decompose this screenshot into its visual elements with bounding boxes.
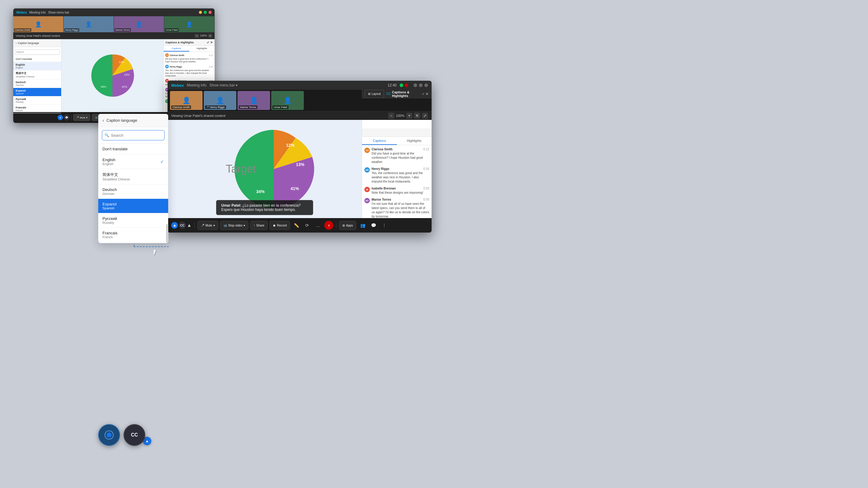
- small-thumb-marise[interactable]: 👤 Marise Torres: [114, 16, 164, 32]
- small-captions-title: Captions & Highlights: [165, 41, 194, 44]
- large-mute-label: Mute: [206, 224, 212, 227]
- large-dont-translate[interactable]: Don't translate: [98, 144, 168, 155]
- large-timer-button[interactable]: ⟳: [303, 221, 312, 230]
- large-msg-isabelle-content: Isabelle Brennan 0:20 Note that these de…: [372, 187, 429, 195]
- small-dont-translate[interactable]: Don't translate: [13, 56, 61, 62]
- large-record-button[interactable]: ⏺ Record: [270, 221, 290, 230]
- small-back-icon[interactable]: ‹: [16, 41, 17, 44]
- small-tab-highlights[interactable]: Highlights: [189, 46, 215, 52]
- small-clp-title: Caption language: [18, 41, 39, 44]
- large-avatar-marise: MT: [364, 198, 370, 203]
- small-lang-chinese-label: Simplified Chinese: [16, 75, 59, 78]
- large-mute-button[interactable]: 🎤 Mute ▾: [197, 221, 218, 230]
- large-russian-native: Русский: [102, 216, 117, 221]
- large-zoom-in-button[interactable]: +: [406, 113, 412, 119]
- small-lang-english[interactable]: English English: [13, 62, 61, 70]
- small-captions-close-icon[interactable]: ✕: [210, 41, 213, 44]
- small-chart-area: 12% 13% 41% 34%: [61, 39, 163, 112]
- large-zoom-out-button[interactable]: −: [388, 113, 394, 119]
- large-minimize-button[interactable]: [413, 84, 417, 87]
- large-back-icon[interactable]: ‹: [102, 118, 104, 123]
- small-tab-captions[interactable]: Captions: [164, 46, 189, 52]
- small-minimize-button[interactable]: [199, 11, 202, 14]
- small-lang-german-native: Deutsch: [16, 81, 59, 84]
- small-lang-french[interactable]: Francais French: [13, 105, 61, 113]
- small-close-button[interactable]: [209, 11, 212, 14]
- large-captions-header-bar: ⊞ Layout CC Captions & Highlights ⤢ ✕: [362, 90, 432, 98]
- large-meeting-info-button[interactable]: Meeting info: [187, 83, 207, 87]
- small-lang-espanol-native: Espanol: [16, 89, 59, 92]
- large-lang-russian[interactable]: Русский Russkiy: [98, 213, 168, 228]
- small-show-menu[interactable]: Show menu bar: [48, 11, 69, 14]
- small-zoom-out-button[interactable]: −: [195, 34, 198, 38]
- small-lang-russian[interactable]: Русский Russkiy: [13, 96, 61, 105]
- large-lang-german[interactable]: Deutsch German: [98, 184, 168, 199]
- small-meeting-info-button[interactable]: Meeting info: [29, 11, 45, 14]
- large-stop-video-button[interactable]: 📹 Stop video ▾: [220, 221, 248, 230]
- small-lang-chinese[interactable]: 简体中文 Simplified Chinese: [13, 70, 61, 79]
- large-status-dot-red: [404, 84, 408, 87]
- large-close-button[interactable]: [424, 84, 428, 87]
- large-more2-button[interactable]: ⋮: [380, 221, 389, 230]
- small-thumb-umar[interactable]: 👤 Umar Patel: [164, 16, 215, 32]
- large-chat-icon-btn[interactable]: CC: [179, 222, 186, 229]
- small-mute-button[interactable]: 🎤 Mute ▾: [73, 114, 90, 121]
- small-thumb-umar-label: Umar Patel: [165, 28, 179, 32]
- large-tab-highlights[interactable]: Highlights: [397, 137, 432, 145]
- large-tab-captions[interactable]: Captions: [362, 137, 397, 145]
- large-layout-button[interactable]: ⊞ Layout: [365, 90, 384, 98]
- cc-ring-button[interactable]: [98, 424, 120, 446]
- large-expand-button[interactable]: ⤢: [422, 113, 428, 119]
- large-share-bar: Viewing Umar Patel's shared content − 10…: [167, 111, 432, 120]
- large-separator-2: [336, 222, 336, 228]
- cc-main-button[interactable]: CC: [124, 424, 145, 446]
- large-chevron-icon[interactable]: ▲: [187, 223, 192, 228]
- small-lang-espanol[interactable]: Espanol Spanish: [13, 88, 61, 96]
- large-chinese-native: 简体中文: [102, 172, 130, 177]
- small-search-input[interactable]: [15, 50, 60, 55]
- large-share-button[interactable]: ↑ Share: [250, 221, 268, 230]
- small-chat-icon-btn[interactable]: 💬: [64, 115, 69, 120]
- large-time-henry: 0:16: [424, 167, 429, 170]
- large-show-menu-button[interactable]: Show menu bar ▾: [210, 83, 238, 87]
- large-search-icon: 🔍: [104, 133, 109, 137]
- large-thumb-marise[interactable]: 👤 Marise Torres: [238, 91, 270, 110]
- large-chat-button[interactable]: 💬: [369, 221, 378, 230]
- large-lang-espanol[interactable]: Espanol Spanish: [98, 199, 168, 213]
- large-thumb-henry[interactable]: 👤 🎤 Henry Riggs: [204, 91, 236, 110]
- small-zoom-in-button[interactable]: +: [208, 34, 212, 38]
- large-ring-icon-btn[interactable]: ◉: [171, 222, 178, 229]
- large-search-input[interactable]: [111, 133, 162, 138]
- large-lang-french[interactable]: Francais French: [98, 228, 168, 242]
- large-captions-highlights-title: Captions & Highlights: [392, 90, 421, 98]
- large-thumb-clarissa[interactable]: 👤 Clarissa Smith: [170, 91, 203, 110]
- large-captions-expand-button[interactable]: ⤢: [422, 92, 424, 96]
- svg-text:12%: 12%: [286, 143, 295, 148]
- small-lang-english-label: English: [16, 66, 59, 69]
- large-captions-close-button[interactable]: ✕: [426, 92, 429, 96]
- large-thumb-umar[interactable]: 👤 Umar Patel: [271, 91, 304, 110]
- large-apps-button[interactable]: ⊞ Apps: [339, 221, 356, 230]
- large-lang-chinese[interactable]: 简体中文 Simplified Chinese: [98, 169, 168, 184]
- svg-point-9: [107, 432, 112, 437]
- large-end-button[interactable]: ✕: [324, 221, 333, 230]
- large-chart-area: Target 12% 13% 41% 34% Umar Patel: ¿Lo p…: [167, 120, 362, 218]
- large-more-button[interactable]: …: [313, 221, 322, 230]
- large-participants-button[interactable]: 👥: [358, 221, 367, 230]
- small-avatar-clarissa: CS: [165, 53, 169, 57]
- small-captions-expand-icon[interactable]: ⤢: [207, 41, 209, 44]
- small-lang-german[interactable]: Deutsch German: [13, 79, 61, 88]
- small-thumb-clarissa[interactable]: 👤 Clarissa Smith: [13, 16, 64, 32]
- large-clp-list: Don't translate English English ✓ 简体中文 S…: [98, 144, 168, 243]
- small-clp-header[interactable]: ‹ Caption language: [13, 39, 61, 47]
- large-english-native: English: [102, 158, 116, 162]
- small-text-clarissa: Did you have a good time at the conferen…: [165, 58, 213, 63]
- large-annotate-button[interactable]: ✏️: [292, 221, 301, 230]
- small-thumb-henry[interactable]: 👤 Henry Riggs: [64, 16, 114, 32]
- large-fit-button[interactable]: fit: [414, 113, 420, 119]
- large-lang-english[interactable]: English English ✓: [98, 155, 168, 169]
- large-maximize-button[interactable]: [419, 84, 423, 87]
- large-thumb-marise-label: Marise Torres: [239, 105, 257, 109]
- small-lang-german-label: German: [16, 84, 59, 87]
- small-maximize-button[interactable]: [204, 11, 207, 14]
